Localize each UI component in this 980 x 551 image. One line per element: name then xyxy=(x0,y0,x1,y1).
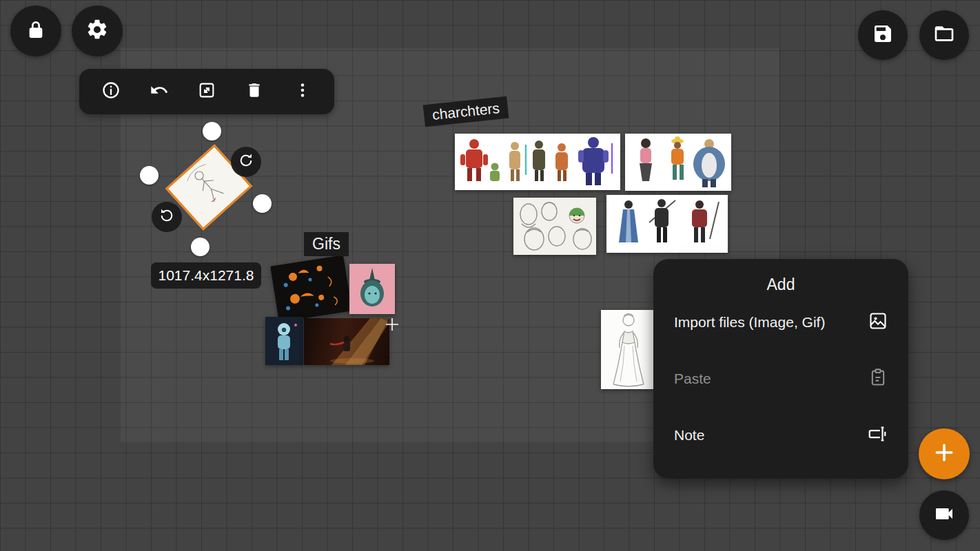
open-folder-icon xyxy=(933,23,955,48)
delete-button[interactable] xyxy=(238,76,270,107)
info-icon xyxy=(101,81,121,103)
selection-handle-top[interactable] xyxy=(203,122,221,141)
open-project-button[interactable] xyxy=(919,10,969,60)
canvas-image-face-sketches[interactable] xyxy=(513,198,596,255)
more-options-button[interactable] xyxy=(287,76,318,107)
note-text-field-icon xyxy=(867,424,888,448)
record-video-button[interactable] xyxy=(919,490,969,540)
canvas-image-pink-head-gif[interactable] xyxy=(349,264,395,314)
woman-sketch-art xyxy=(601,310,653,389)
menu-item-note[interactable]: Note xyxy=(653,407,908,464)
selection-handle-left[interactable] xyxy=(140,166,159,185)
add-menu-title: Add xyxy=(653,259,908,294)
selection-size-label: 1017.4x1271.8 xyxy=(151,262,261,289)
resize-icon xyxy=(197,81,216,103)
undo-icon xyxy=(150,81,169,103)
add-context-menu: Add Import files (Image, Gif) Paste Note xyxy=(653,259,908,479)
add-fab-button[interactable] xyxy=(919,428,970,479)
canvas-image-robot-girl-gif[interactable] xyxy=(265,317,303,365)
undo-button[interactable] xyxy=(143,76,175,107)
resize-button[interactable] xyxy=(191,76,223,107)
character-trio-art xyxy=(625,134,731,191)
menu-item-import-files[interactable]: Import files (Image, Gif) xyxy=(653,294,908,351)
group-label-gifs[interactable]: Gifs xyxy=(304,232,349,256)
rotate-icon xyxy=(159,207,175,227)
lock-icon xyxy=(25,19,47,43)
cursor-crosshair-icon xyxy=(385,317,400,335)
paste-label: Paste xyxy=(674,371,711,387)
rotate-icon xyxy=(238,152,254,171)
cinematic-scene-art xyxy=(304,318,389,365)
selection-handle-right[interactable] xyxy=(253,194,272,213)
import-files-label: Import files (Image, Gif) xyxy=(674,314,825,331)
plus-icon xyxy=(932,441,956,467)
paste-clipboard-icon xyxy=(868,368,888,391)
canvas-image-woman-sketch[interactable] xyxy=(601,310,653,389)
selection-handle-bottom[interactable] xyxy=(191,238,210,256)
note-label: Note xyxy=(674,427,704,444)
pink-head-art xyxy=(349,264,395,314)
rotate-handle-bottom-left[interactable] xyxy=(152,202,182,232)
canvas-image-cinematic-scene-gif[interactable] xyxy=(304,318,389,365)
info-button[interactable] xyxy=(95,76,127,107)
menu-item-paste[interactable]: Paste xyxy=(653,351,908,407)
settings-gear-icon xyxy=(85,18,109,44)
canvas-image-samurai-characters[interactable] xyxy=(606,195,728,253)
kebab-menu-icon xyxy=(294,81,312,102)
flame-doodles-art xyxy=(270,255,352,322)
samurai-characters-art xyxy=(606,195,728,253)
save-icon xyxy=(872,23,894,48)
canvas-image-character-trio[interactable] xyxy=(625,134,731,191)
import-image-icon xyxy=(868,311,888,334)
lock-canvas-button[interactable] xyxy=(10,6,61,56)
video-camera-icon xyxy=(933,503,955,528)
settings-button[interactable] xyxy=(72,6,123,56)
face-sketches-art xyxy=(513,198,596,255)
robot-girl-art xyxy=(265,317,303,365)
canvas-image-character-lineup[interactable] xyxy=(455,134,620,190)
save-board-button[interactable] xyxy=(858,10,908,60)
character-lineup-art xyxy=(455,134,620,190)
trash-icon xyxy=(245,81,263,102)
rotate-handle-top-right[interactable] xyxy=(231,147,261,177)
selection-toolbar xyxy=(79,69,334,114)
canvas-image-flame-doodles-gif[interactable] xyxy=(270,255,352,322)
